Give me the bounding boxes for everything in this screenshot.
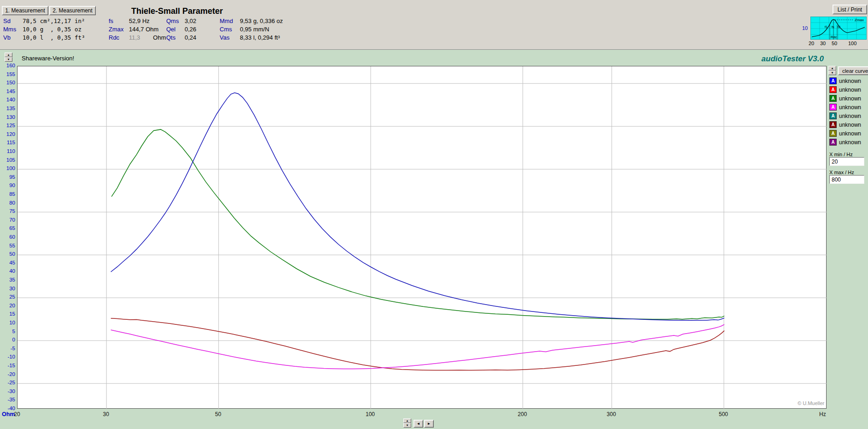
- legend-label: unknown: [839, 122, 861, 128]
- param-qel: Qel0,26: [166, 25, 196, 33]
- param-label-mmd: Mmd: [220, 18, 240, 24]
- curve-phase-measurement-2: [111, 318, 724, 370]
- param-zmax: Zmax144,7 Ohm: [109, 25, 166, 33]
- y-axis-tick-label: 50: [0, 251, 15, 257]
- y-axis-tick-label: -35: [0, 397, 15, 402]
- y-axis-tick-label: 130: [0, 114, 15, 120]
- y-axis-tick-label: -15: [0, 363, 15, 368]
- legend-label: unknown: [839, 87, 861, 93]
- y-spin-up-icon[interactable]: ▲: [5, 53, 12, 57]
- mini-x-tick-100: 100: [848, 41, 856, 46]
- param-label-fs: fs: [109, 18, 129, 24]
- clear-curves-button[interactable]: clear curves: [838, 66, 868, 75]
- curve-select-spinner: ▲ ▼: [828, 66, 836, 75]
- y-axis-tick-label: 90: [0, 182, 15, 188]
- param-fs: fs52,9 Hz: [109, 17, 166, 25]
- param-label-cms: Cms: [220, 26, 240, 33]
- top-toolbar: 1. Measurement 2. Measurement Thiele-Sma…: [0, 0, 868, 50]
- legend-item[interactable]: Aunknown: [829, 94, 861, 103]
- x-axis-unit-label: Hz: [819, 411, 826, 417]
- param-vb: Vb10,0 l , 0,35 ft³: [3, 33, 85, 41]
- legend-item[interactable]: Aunknown: [829, 112, 861, 120]
- legend-item[interactable]: Aunknown: [829, 138, 861, 147]
- param-value-fs: 52,9 Hz: [129, 18, 150, 24]
- y-axis-tick-label: 105: [0, 157, 15, 163]
- y-axis-tick-label: 40: [0, 268, 15, 274]
- y-axis-tick-label: 35: [0, 277, 15, 282]
- x-min-label: X min / Hz: [829, 152, 853, 157]
- param-label-qts: Qts: [166, 34, 185, 41]
- y-axis-tick-label: -40: [0, 405, 15, 411]
- x-min-input[interactable]: [829, 157, 864, 166]
- param-value-qel: 0,26: [185, 26, 196, 33]
- legend-label: unknown: [839, 78, 861, 84]
- legend-item[interactable]: Aunknown: [829, 76, 861, 85]
- mini-x-tick-30: 30: [820, 41, 826, 46]
- curve-color-icon: A: [829, 86, 837, 93]
- x-spin-up-icon[interactable]: ▲: [403, 418, 411, 423]
- param-value-vb: 10,0 l , 0,35 ft³: [23, 34, 85, 41]
- measurement-2-button[interactable]: 2. Measurement: [49, 6, 96, 15]
- curve-color-icon: A: [829, 139, 837, 146]
- y-axis-tick-label: 125: [0, 123, 15, 128]
- param-value-rdc: 11,3: [129, 34, 140, 41]
- x-axis-tick-label: 50: [208, 411, 228, 417]
- param-column-2: fs52,9 Hz Zmax144,7 Ohm Rdc11,3Ohm: [109, 17, 166, 41]
- scroll-right-button[interactable]: ►: [424, 420, 434, 428]
- y-axis-tick-label: 75: [0, 208, 15, 214]
- y-spin-down-icon[interactable]: ▼: [5, 57, 12, 62]
- curve-spin-down-icon[interactable]: ▼: [828, 71, 836, 75]
- curve-impedance-measurement-2: [111, 93, 724, 320]
- param-label-sd: Sd: [3, 18, 23, 24]
- curve-phase-measurement-1: [111, 324, 724, 369]
- y-axis-tick-label: 60: [0, 234, 15, 240]
- param-value-mms: 10,0 g , 0,35 oz: [23, 26, 82, 33]
- legend-item[interactable]: Aunknown: [829, 103, 861, 112]
- measurement-1-button[interactable]: 1. Measurement: [2, 6, 48, 15]
- y-axis-tick-label: 135: [0, 106, 15, 111]
- scroll-left-button[interactable]: ◄: [414, 420, 423, 428]
- param-label-zmax: Zmax: [109, 26, 129, 33]
- param-value-qts: 0,24: [185, 34, 196, 41]
- arrow-right-icon: ►: [427, 422, 431, 426]
- list-print-button[interactable]: List / Print: [833, 5, 867, 14]
- curve-color-icon: A: [829, 77, 837, 84]
- legend-item[interactable]: Aunknown: [829, 85, 861, 94]
- arrow-left-icon: ◄: [417, 422, 420, 426]
- param-value-mmd: 9,53 g, 0,336 oz: [240, 18, 283, 24]
- y-axis-tick-label: 0: [0, 337, 15, 342]
- y-axis-tick-label: 5: [0, 329, 15, 334]
- y-axis-tick-label: 25: [0, 294, 15, 300]
- y-axis-tick-label: -5: [0, 346, 15, 351]
- param-label-qms: Qms: [166, 18, 185, 24]
- param-column-1: Sd78,5 cm²,12,17 in² Mms10,0 g , 0,35 oz…: [3, 17, 85, 41]
- y-axis-tick-label: 115: [0, 140, 15, 145]
- y-axis-tick-label: 55: [0, 243, 15, 248]
- x-max-label: X max / Hz: [829, 170, 854, 175]
- curve-color-icon: A: [829, 95, 837, 102]
- x-spin-down-icon[interactable]: ▼: [403, 423, 411, 428]
- mini-rdc-label: Rdc: [831, 35, 837, 39]
- param-value-sd: 78,5 cm²,12,17 in²: [23, 18, 85, 24]
- y-axis-tick-label: -10: [0, 354, 15, 359]
- copyright-label: © U.Mueller: [798, 400, 824, 406]
- param-qts: Qts0,24: [166, 33, 196, 41]
- legend-label: unknown: [839, 95, 861, 102]
- y-axis-tick-label: 145: [0, 88, 15, 94]
- y-axis-tick-label: 15: [0, 311, 15, 317]
- legend-item[interactable]: Aunknown: [829, 120, 861, 129]
- x-axis-tick-label: 500: [713, 411, 734, 417]
- audiotester-window: 1. Measurement 2. Measurement Thiele-Sma…: [0, 0, 868, 429]
- y-axis-tick-label: 120: [0, 131, 15, 137]
- curve-color-icon: A: [829, 121, 837, 128]
- y-axis-tick-label: 100: [0, 165, 15, 171]
- x-axis-tick-label: 30: [96, 411, 116, 417]
- param-value-cms: 0,95 mm/N: [240, 26, 269, 33]
- x-max-input[interactable]: [829, 175, 864, 184]
- param-label-vas: Vas: [220, 34, 240, 41]
- shareware-notice: Shareware-Version!: [22, 55, 74, 62]
- legend-item[interactable]: Aunknown: [829, 129, 861, 138]
- chart-svg: [17, 66, 827, 409]
- curve-spin-up-icon[interactable]: ▲: [828, 66, 836, 71]
- param-value-qms: 3,02: [185, 18, 196, 24]
